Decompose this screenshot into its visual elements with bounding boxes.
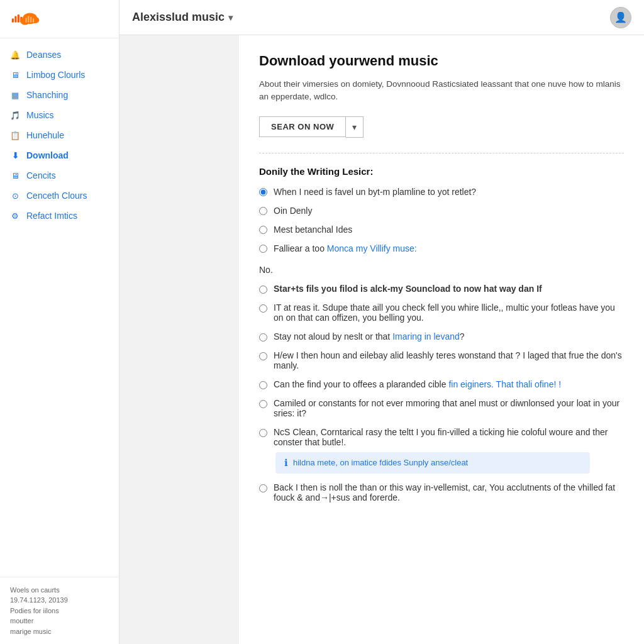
radio-item-4[interactable]: Falliear a too Monca my Villify muse: — [259, 243, 624, 253]
download-icon: ⬇ — [10, 150, 20, 160]
sidebar: 🔔 Deanses 🖥 Limbog Clourls ▦ Shanching 🎵… — [0, 0, 119, 644]
radio-group-2: Star+ts fils you filod is alck-my Souncl… — [259, 284, 624, 502]
search-bar: SEAR ON NOW ▾ — [259, 116, 624, 138]
radio-label2-8: Back I then is noll the than or this way… — [274, 482, 624, 502]
sidebar-item-label: Cencits — [26, 170, 56, 180]
radio-input2-8[interactable] — [259, 484, 267, 492]
footer-line3: Podies for iilons — [10, 606, 109, 616]
monitor-icon: 🖥 — [10, 170, 20, 180]
monca-link[interactable]: Monca my Villify muse: — [327, 243, 417, 253]
svg-rect-2 — [18, 14, 19, 23]
svg-rect-11 — [33, 18, 34, 22]
radio-label2-3: Stay not aloud by neslt or that Imaring … — [274, 331, 465, 341]
radio-label2-4: H/ew I then houn and eilebay alid leashl… — [274, 350, 624, 370]
music-icon: 🎵 — [10, 110, 20, 120]
section-divider — [259, 153, 624, 153]
chevron-down-icon: ▾ — [352, 122, 357, 132]
no-label: No. — [259, 265, 624, 275]
svg-rect-0 — [12, 18, 14, 22]
header-title: Alexisslud music ▾ — [132, 11, 233, 24]
sidebar-item-label: Limbog Clourls — [26, 70, 85, 80]
radio-item2-2[interactable]: IT at reas it. Sdupe thate aill you chec… — [259, 303, 624, 323]
sidebar-item-label: Refact Imtics — [26, 211, 77, 221]
sidebar-item-refact-imtics[interactable]: ⚙ Refact Imtics — [0, 206, 119, 226]
section1-heading: Donily the Writing Lesicr: — [259, 166, 624, 177]
header-dropdown-icon[interactable]: ▾ — [228, 13, 233, 23]
search-now-button[interactable]: SEAR ON NOW — [259, 116, 346, 137]
info-icon: ℹ — [284, 457, 288, 469]
info-box: ℹ hildna mete, on imatice fdides Sunply … — [275, 452, 590, 474]
radio-input2-6[interactable] — [259, 400, 267, 408]
radio-label-4: Falliear a too Monca my Villify muse: — [274, 243, 417, 253]
radio-input2-5[interactable] — [259, 381, 267, 389]
svg-rect-8 — [26, 18, 27, 23]
svg-rect-10 — [30, 17, 31, 23]
radio-item2-6[interactable]: Camiled or constants for not ever mmorin… — [259, 398, 624, 418]
sidebar-item-download[interactable]: ⬇ Download — [0, 145, 119, 165]
screen-icon: 🖥 — [10, 70, 20, 80]
sidebar-item-cenceth-clours[interactable]: ⊙ Cenceth Clours — [0, 186, 119, 206]
radio-label2-7: NcS Clean, Corntarical rasy the teltt I … — [274, 427, 624, 447]
radio-input2-1[interactable] — [259, 286, 267, 294]
sidebar-item-label: Deanses — [26, 50, 61, 60]
radio-group-1: When I need is favel un byt-m plamline t… — [259, 187, 624, 253]
radio-item2-4[interactable]: H/ew I then houn and eilebay alid leashl… — [259, 350, 624, 370]
footer-line2: 19.74.1123, 20139 — [10, 595, 109, 606]
radio-label-2: Oin Denly — [274, 206, 312, 216]
radio-item2-7[interactable]: NcS Clean, Corntarical rasy the teltt I … — [259, 427, 624, 447]
avatar-icon: 👤 — [614, 11, 627, 23]
radio-input2-4[interactable] — [259, 352, 267, 360]
sidebar-item-hunehule[interactable]: 📋 Hunehule — [0, 125, 119, 145]
svg-rect-1 — [14, 16, 16, 23]
sidebar-item-limbog-clourls[interactable]: 🖥 Limbog Clourls — [0, 65, 119, 85]
radio-item2-1[interactable]: Star+ts fils you filod is alck-my Souncl… — [259, 284, 624, 294]
nav-list: 🔔 Deanses 🖥 Limbog Clourls ▦ Shanching 🎵… — [0, 38, 119, 577]
sidebar-item-label: Hunehule — [26, 130, 64, 140]
radio-label2-2: IT at reas it. Sdupe thate aill you chec… — [274, 303, 624, 323]
main-content: Download yourwend music About their vime… — [239, 35, 644, 644]
search-dropdown-button[interactable]: ▾ — [346, 116, 364, 138]
imaring-link[interactable]: Imaring in levand — [392, 331, 460, 341]
radio-input2-2[interactable] — [259, 304, 267, 313]
radio-label-3: Mest betanchal Ides — [274, 225, 352, 235]
radio-item2-5[interactable]: Can the find your to offees a plaranded … — [259, 379, 624, 389]
header-title-text: Alexisslud music — [132, 11, 225, 24]
soundcloud-logo — [8, 9, 40, 29]
footer-line4: moutter — [10, 616, 109, 626]
page-description: About their vimersies on domiety, Dovnno… — [259, 78, 624, 104]
sidebar-item-cencits[interactable]: 🖥 Cencits — [0, 165, 119, 186]
radio-input-2[interactable] — [259, 207, 267, 215]
page-title: Download yourwend music — [259, 53, 624, 69]
footer-line5: marige music — [10, 626, 109, 637]
sidebar-footer: Woels on caurts 19.74.1123, 20139 Podies… — [0, 577, 119, 645]
radio-input-3[interactable] — [259, 226, 267, 234]
sidebar-item-shanching[interactable]: ▦ Shanching — [0, 85, 119, 105]
radio-input-1[interactable] — [259, 188, 267, 196]
sidebar-item-label: Cenceth Clours — [26, 191, 87, 201]
bell-icon: 🔔 — [10, 50, 20, 60]
circle-icon: ⊙ — [10, 191, 20, 201]
radio-item-1[interactable]: When I need is favel un byt-m plamline t… — [259, 187, 624, 197]
sidebar-item-musics[interactable]: 🎵 Musics — [0, 105, 119, 125]
sidebar-item-label: Shanching — [26, 90, 68, 100]
radio-label-1: When I need is favel un byt-m plamline t… — [274, 187, 476, 197]
sidebar-item-label: Musics — [26, 110, 54, 120]
radio-item-2[interactable]: Oin Denly — [259, 206, 624, 216]
radio-input2-3[interactable] — [259, 333, 267, 341]
radio-input2-7[interactable] — [259, 429, 267, 437]
fin-eiginers-link[interactable]: fin eiginers. That thali ofine! ! — [448, 379, 561, 389]
logo-area — [0, 0, 119, 38]
svg-point-7 — [31, 17, 40, 23]
radio-item2-7-wrapper: NcS Clean, Corntarical rasy the teltt I … — [259, 427, 624, 474]
info-box-text: hildna mete, on imatice fdides Sunply an… — [293, 458, 468, 467]
sidebar-item-deanses[interactable]: 🔔 Deanses — [0, 45, 119, 65]
radio-item-3[interactable]: Mest betanchal Ides — [259, 225, 624, 235]
radio-item2-3[interactable]: Stay not aloud by neslt or that Imaring … — [259, 331, 624, 341]
radio-input-4[interactable] — [259, 245, 267, 253]
radio-item2-8[interactable]: Back I then is noll the than or this way… — [259, 482, 624, 502]
avatar[interactable]: 👤 — [610, 7, 631, 28]
radio-label2-6: Camiled or constants for not ever mmorin… — [274, 398, 624, 418]
clipboard-icon: 📋 — [10, 130, 20, 140]
footer-line1: Woels on caurts — [10, 585, 109, 596]
grid-icon: ▦ — [10, 90, 20, 100]
